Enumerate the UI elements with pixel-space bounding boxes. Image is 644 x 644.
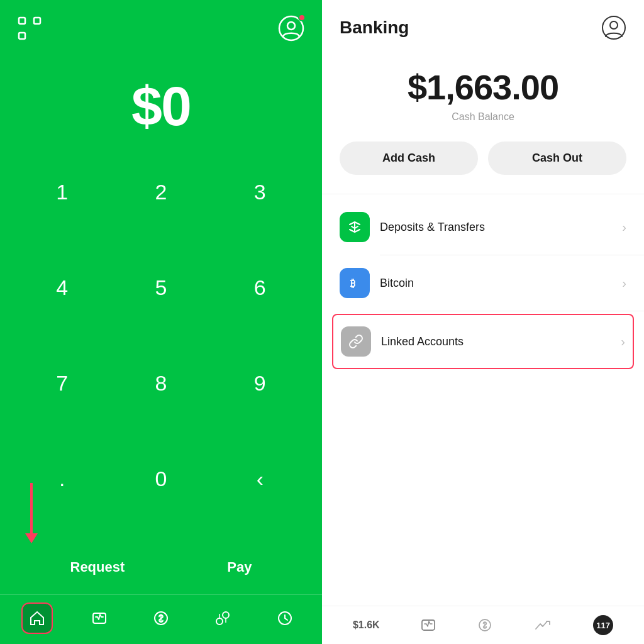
menu-item-linked-accounts[interactable]: Linked Accounts ›: [332, 314, 634, 369]
status-amount-text: $1.6K: [353, 619, 380, 631]
banking-title: Banking: [340, 18, 409, 38]
banking-amount: $1,663.00: [408, 67, 558, 108]
svg-text:₿: ₿: [350, 278, 355, 289]
profile-icon-right[interactable]: [601, 15, 626, 40]
arrow-head: [25, 533, 38, 543]
bottom-nav: [0, 594, 322, 644]
status-trending[interactable]: [534, 618, 552, 633]
pay-button[interactable]: Pay: [208, 553, 270, 582]
status-activity[interactable]: [421, 618, 436, 633]
bottom-status-bar: $1.6K 117: [322, 606, 644, 644]
deposits-icon-bg: [340, 212, 370, 242]
activity-icon: [91, 610, 108, 626]
numpad-key-1[interactable]: 1: [13, 164, 111, 220]
nav-swap[interactable]: [207, 602, 238, 634]
nav-activity[interactable]: [84, 602, 115, 634]
bitcoin-icon-bg: ₿: [340, 268, 370, 298]
status-amount: $1.6K: [353, 619, 380, 631]
svg-rect-2: [19, 33, 25, 39]
add-cash-button[interactable]: Add Cash: [340, 142, 478, 175]
bitcoin-chevron: ›: [622, 276, 626, 291]
dollar-icon: [153, 610, 169, 626]
numpad-key-7[interactable]: 7: [13, 355, 111, 412]
clock-icon: [277, 610, 293, 626]
numpad: 1 2 3 4 5 6 7 8 9 . 0 ‹: [0, 151, 322, 547]
numpad-key-9[interactable]: 9: [211, 355, 309, 412]
balance-amount: $0: [131, 74, 191, 138]
status-dollar[interactable]: [477, 618, 492, 633]
profile-icon-left[interactable]: [278, 15, 304, 42]
request-button[interactable]: Request: [52, 553, 144, 582]
arrow-shaft: [30, 483, 33, 533]
cash-out-button[interactable]: Cash Out: [488, 142, 626, 175]
scan-icon[interactable]: [18, 16, 42, 40]
right-top-bar: Banking: [322, 0, 644, 48]
notification-dot: [298, 14, 306, 21]
nav-clock[interactable]: [269, 602, 301, 634]
banking-balance-section: $1,663.00 Cash Balance: [322, 48, 644, 142]
deposits-label: Deposits & Transfers: [380, 221, 622, 234]
nav-home[interactable]: [21, 602, 53, 634]
menu-items: Deposits & Transfers › ₿ Bitcoin › Linke…: [322, 194, 644, 606]
divider-3: [380, 311, 644, 311]
bottom-actions: Request Pay: [0, 547, 322, 594]
arrow-annotation: [25, 483, 38, 543]
numpad-key-backspace[interactable]: ‹: [211, 451, 309, 508]
svg-rect-0: [19, 18, 25, 24]
numpad-key-0[interactable]: 0: [111, 451, 210, 508]
left-top-bar: [0, 0, 322, 49]
banking-buttons: Add Cash Cash Out: [322, 142, 644, 194]
balance-section: $0: [0, 49, 322, 151]
bitcoin-label: Bitcoin: [380, 277, 622, 290]
deposits-chevron: ›: [622, 220, 626, 235]
linked-accounts-label: Linked Accounts: [381, 335, 621, 348]
svg-rect-1: [34, 18, 40, 24]
numpad-key-3[interactable]: 3: [211, 164, 309, 220]
svg-point-8: [223, 612, 229, 618]
status-badge-count[interactable]: 117: [593, 615, 613, 635]
numpad-key-8[interactable]: 8: [111, 355, 210, 412]
nav-cash[interactable]: [145, 602, 177, 634]
home-icon: [29, 610, 45, 626]
menu-item-bitcoin[interactable]: ₿ Bitcoin ›: [322, 255, 644, 311]
cash-balance-label: Cash Balance: [452, 111, 514, 123]
linked-accounts-chevron: ›: [621, 335, 625, 349]
numpad-key-2[interactable]: 2: [111, 164, 210, 220]
linked-accounts-icon-bg: [341, 326, 371, 357]
numpad-key-4[interactable]: 4: [13, 259, 111, 316]
svg-point-11: [610, 21, 618, 29]
svg-point-4: [287, 22, 295, 30]
menu-item-deposits[interactable]: Deposits & Transfers ›: [322, 199, 644, 255]
swap-icon: [214, 610, 231, 626]
numpad-key-6[interactable]: 6: [211, 259, 309, 316]
numpad-key-5[interactable]: 5: [111, 259, 210, 316]
left-panel: $0 1 2 3 4 5 6 7 8 9 . 0 ‹ Request Pay: [0, 0, 322, 644]
svg-point-7: [216, 618, 223, 625]
right-panel: Banking $1,663.00 Cash Balance Add Cash …: [322, 0, 644, 644]
